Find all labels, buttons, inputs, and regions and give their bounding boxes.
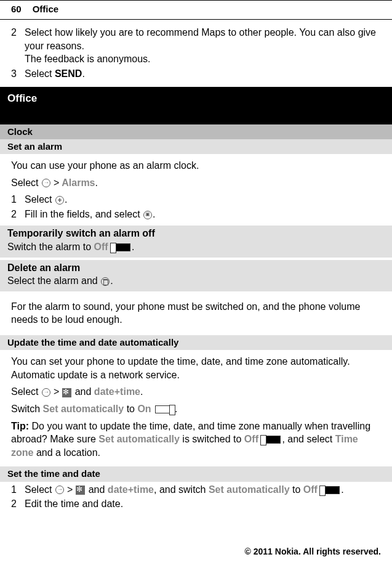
delete-alarm-block: Delete an alarm Select the alarm and . bbox=[0, 260, 392, 291]
set-time-heading: Set the time and date bbox=[0, 466, 392, 481]
toggle-off-icon bbox=[112, 243, 130, 251]
clock-heading: Clock bbox=[0, 124, 392, 139]
temp-off-heading: Temporarily switch an alarm off bbox=[7, 227, 385, 240]
page-number: 60 bbox=[11, 3, 22, 15]
step-text: Edit the time and date. bbox=[25, 497, 381, 511]
step-number: 3 bbox=[11, 67, 25, 81]
delete-alarm-heading: Delete an alarm bbox=[7, 261, 385, 275]
gear-icon bbox=[62, 388, 71, 397]
auto-time-heading: Update the time and date automatically bbox=[0, 335, 392, 350]
menu-icon bbox=[55, 486, 64, 494]
step-number: 1 bbox=[11, 193, 25, 206]
page-header: 60 Office bbox=[0, 1, 392, 20]
set-alarm-heading: Set an alarm bbox=[0, 139, 392, 154]
select-alarms-line: Select >Alarms. bbox=[11, 176, 381, 190]
page-content: 2 Select how likely you are to recommend… bbox=[0, 20, 392, 516]
step-number: 2 bbox=[11, 208, 25, 221]
set-time-body: 1 Select > and date+time, and switch Set… bbox=[11, 482, 381, 516]
page-section: Office bbox=[33, 3, 59, 15]
step-number: 1 bbox=[11, 483, 25, 497]
menu-icon bbox=[42, 388, 50, 397]
delete-alarm-text: Select the alarm and . bbox=[7, 274, 385, 288]
auto-time-body: You can set your phone to update the tim… bbox=[11, 350, 381, 466]
auto-time-switch-line: Switch Set automatically to On . bbox=[11, 402, 381, 416]
plus-icon bbox=[55, 196, 64, 205]
temp-off-text: Switch the alarm to Off . bbox=[7, 240, 385, 254]
office-heading: Office bbox=[0, 87, 392, 124]
send-label: SEND bbox=[55, 68, 82, 79]
toggle-off-icon bbox=[321, 486, 340, 494]
step-row: 3 Select SEND. bbox=[11, 67, 381, 81]
trash-icon bbox=[101, 277, 110, 286]
save-icon bbox=[143, 211, 152, 219]
alarms-link: Alarms bbox=[62, 177, 95, 188]
auto-time-select-line: Select > and date+time. bbox=[11, 385, 381, 399]
step-row: 1 Select . bbox=[11, 193, 381, 206]
step-number: 2 bbox=[11, 26, 25, 66]
step-text: Select how likely you are to recommend M… bbox=[25, 26, 381, 66]
toggle-on-icon bbox=[155, 405, 174, 413]
gear-icon bbox=[76, 486, 85, 495]
step-text: Select > and date+time, and switch Set a… bbox=[25, 483, 381, 497]
set-alarm-body: You can use your phone as an alarm clock… bbox=[11, 154, 381, 226]
step-text: Fill in the fields, and select . bbox=[25, 208, 381, 221]
step-text: Select . bbox=[25, 193, 381, 206]
step-number: 2 bbox=[11, 497, 25, 511]
step-row: 1 Select > and date+time, and switch Set… bbox=[11, 483, 381, 497]
step-row: 2 Select how likely you are to recommend… bbox=[11, 26, 381, 66]
auto-time-tip: Tip: Do you want to update the time, dat… bbox=[11, 420, 381, 460]
menu-icon bbox=[42, 179, 50, 187]
step-row: 2 Edit the time and date. bbox=[11, 497, 381, 511]
step-text: Select SEND. bbox=[25, 67, 381, 81]
step-row: 2 Fill in the fields, and select . bbox=[11, 208, 381, 221]
copyright-footer: © 2011 Nokia. All rights reserved. bbox=[245, 546, 381, 558]
toggle-off-icon bbox=[262, 436, 281, 444]
temp-off-block: Temporarily switch an alarm off Switch t… bbox=[0, 226, 392, 257]
alarm-note: For the alarm to sound, your phone must … bbox=[11, 300, 381, 327]
